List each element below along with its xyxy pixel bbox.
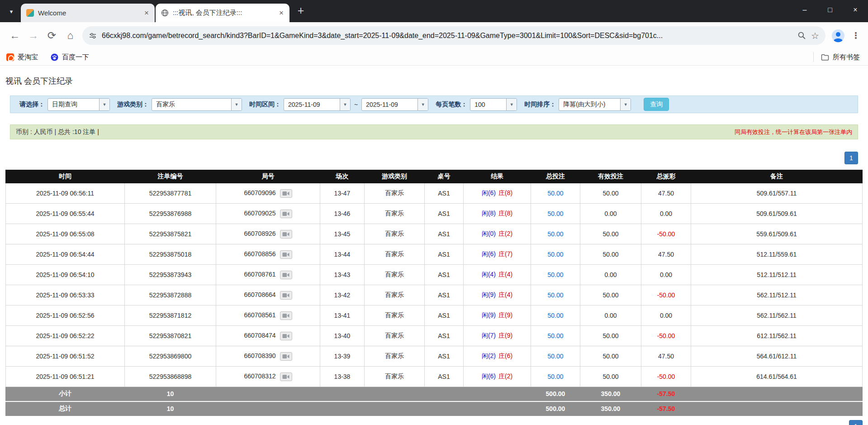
tab-close-icon[interactable]: × <box>142 9 151 18</box>
window-close-button[interactable]: × <box>843 0 868 20</box>
date-start-select[interactable]: 2025-11-09 ▼ <box>284 98 351 111</box>
table-row: 2025-11-09 06:51:21 522953868898 6607083… <box>6 367 863 387</box>
page-size-label: 每页笔数： <box>436 100 467 109</box>
total-bet-link[interactable]: 50.00 <box>547 190 563 197</box>
site-settings-icon[interactable] <box>89 32 97 40</box>
chevron-down-icon[interactable]: ▼ <box>340 99 350 110</box>
video-replay-icon[interactable] <box>280 352 292 361</box>
tab-welcome[interactable]: Welcome × <box>21 4 155 22</box>
total-bet-link[interactable]: 50.00 <box>547 271 563 278</box>
sort-select[interactable]: 降冪(由大到小) ▼ <box>559 98 631 111</box>
video-replay-icon[interactable] <box>280 332 292 340</box>
total-bet-cell: 50.00 <box>531 265 580 285</box>
back-button[interactable]: ← <box>5 26 24 45</box>
page-number-button[interactable]: 1 <box>849 420 863 425</box>
video-replay-icon[interactable] <box>280 230 292 239</box>
total-bet-link[interactable]: 50.00 <box>547 210 563 217</box>
video-replay-icon[interactable] <box>280 291 292 300</box>
round-id: 660708761 <box>244 271 275 278</box>
player-result: 闲(9) <box>482 311 496 319</box>
game-type-cell: 百家乐 <box>365 326 425 346</box>
round-id: 660708474 <box>244 332 275 339</box>
browser-menu-icon[interactable]: ⋮ <box>849 28 863 44</box>
bet-id-cell: 522953877781 <box>125 183 216 204</box>
valid-bet-cell: 0.00 <box>580 204 641 224</box>
home-button[interactable]: ⌂ <box>61 26 80 45</box>
table-row: 2025-11-09 06:55:44 522953876988 6607090… <box>6 204 863 224</box>
valid-bet-cell: 50.00 <box>580 224 641 244</box>
search-button[interactable]: 查询 <box>644 98 669 111</box>
baidu-paw-icon <box>51 53 58 61</box>
video-replay-icon[interactable] <box>280 250 292 259</box>
tab-close-icon[interactable]: × <box>277 9 286 18</box>
subtotal-total-bet-cell: 500.00 <box>531 387 580 401</box>
subtotal-valid-bet-cell: 350.00 <box>580 387 641 401</box>
video-replay-icon[interactable] <box>280 311 292 320</box>
note-cell: 512.11/559.61 <box>691 244 863 265</box>
page-size-value: 100 <box>470 101 506 108</box>
zoom-icon[interactable] <box>797 31 806 40</box>
empty-cell <box>425 387 464 401</box>
minimize-button[interactable]: – <box>792 0 817 20</box>
payout-cell: 0.00 <box>641 306 691 326</box>
bookmarks-separator <box>813 52 814 62</box>
payout-cell: -50.00 <box>641 224 691 244</box>
game-type-cell: 百家乐 <box>365 346 425 367</box>
total-bet-cell: 50.00 <box>531 224 580 244</box>
total-bet-link[interactable]: 50.00 <box>547 291 563 299</box>
video-replay-icon[interactable] <box>280 210 292 218</box>
forward-button[interactable]: → <box>24 26 43 45</box>
tab-betrecord[interactable]: :::视讯, 会员下注纪录::: × <box>156 4 289 22</box>
time-cell: 2025-11-09 06:55:08 <box>6 224 125 244</box>
video-replay-icon[interactable] <box>280 189 292 198</box>
chevron-down-icon[interactable]: ▼ <box>417 99 428 110</box>
chevron-down-icon[interactable]: ▼ <box>506 99 517 110</box>
session-cell: 13-43 <box>320 265 365 285</box>
total-bet-link[interactable]: 50.00 <box>547 312 563 319</box>
session-cell: 13-39 <box>320 346 365 367</box>
banker-result: 庄(4) <box>498 291 512 298</box>
note-cell: 559.61/509.61 <box>691 224 863 244</box>
empty-cell <box>216 387 320 401</box>
date-end-select[interactable]: 2025-11-09 ▼ <box>361 98 428 111</box>
note-cell: 562.11/512.11 <box>691 285 863 306</box>
new-tab-button[interactable]: + <box>294 4 308 17</box>
refresh-button[interactable]: ⟳ <box>43 26 61 45</box>
video-replay-icon[interactable] <box>280 372 292 381</box>
total-bet-link[interactable]: 50.00 <box>547 332 563 339</box>
page-size-select[interactable]: 100 ▼ <box>470 98 517 111</box>
game-type-cell: 百家乐 <box>365 285 425 306</box>
page-number-button[interactable]: 1 <box>844 152 858 164</box>
total-bet-cell: 50.00 <box>531 204 580 224</box>
bookmark-star-icon[interactable]: ☆ <box>811 30 819 41</box>
select-label: 请选择： <box>19 100 45 109</box>
valid-bet-cell: 50.00 <box>580 285 641 306</box>
round-cell: 660708856 <box>216 244 320 265</box>
total-bet-link[interactable]: 50.00 <box>547 251 563 258</box>
note-cell: 562.11/562.11 <box>691 306 863 326</box>
empty-cell <box>464 387 531 401</box>
bookmark-aitaobao[interactable]: 爱淘宝 <box>6 53 38 62</box>
time-cell: 2025-11-09 06:55:44 <box>6 204 125 224</box>
bookmark-baidu[interactable]: 百度一下 <box>51 53 89 62</box>
chevron-down-icon[interactable]: ▼ <box>99 99 109 110</box>
game-type-select[interactable]: 百家乐 ▼ <box>152 98 242 111</box>
tab-search-button[interactable]: ▾ <box>5 5 18 18</box>
address-bar[interactable]: 66cxkj98.com/game/betrecord_search/kind3… <box>82 26 825 45</box>
total-bet-link[interactable]: 50.00 <box>547 353 563 360</box>
all-bookmarks-button[interactable]: 所有书签 <box>821 53 860 62</box>
video-replay-icon[interactable] <box>280 271 292 279</box>
chevron-down-icon[interactable]: ▼ <box>231 99 242 110</box>
total-bet-cell: 50.00 <box>531 285 580 306</box>
total-bet-link[interactable]: 50.00 <box>547 230 563 238</box>
empty-cell <box>691 387 863 401</box>
total-bet-link[interactable]: 50.00 <box>547 373 563 380</box>
column-header: 备注 <box>691 170 863 183</box>
profile-avatar[interactable] <box>830 28 846 44</box>
date-type-select[interactable]: 日期查询 ▼ <box>47 98 110 111</box>
url-text[interactable]: 66cxkj98.com/game/betrecord_search/kind3… <box>102 32 792 40</box>
valid-bet-cell: 50.00 <box>580 326 641 346</box>
chevron-down-icon[interactable]: ▼ <box>620 99 631 110</box>
maximize-button[interactable]: □ <box>817 0 843 20</box>
pagination-top: 1 <box>10 152 858 164</box>
